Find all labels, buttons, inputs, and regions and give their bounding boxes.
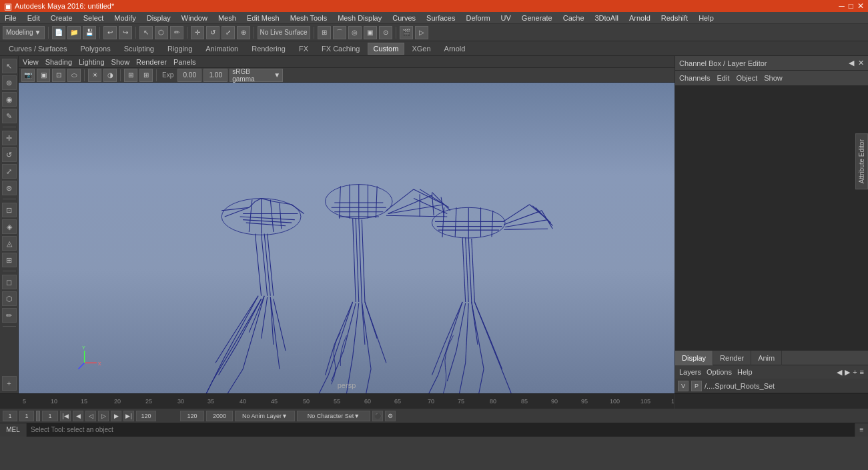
- channel-box-close-icon[interactable]: ✕: [858, 59, 864, 67]
- select-mode-button[interactable]: ↖: [2, 59, 17, 73]
- lasso-select-button[interactable]: ⬡: [155, 26, 168, 39]
- layer-prev-icon[interactable]: ◀: [837, 368, 842, 377]
- vp-exposure-value[interactable]: 0.00: [177, 69, 201, 82]
- paint-lt-button[interactable]: ✏: [2, 308, 17, 323]
- auto-key-button[interactable]: ⚫: [372, 411, 383, 421]
- new-scene-button[interactable]: 📄: [52, 26, 65, 39]
- vp-camera-button[interactable]: 📷: [21, 69, 35, 82]
- layer-next-icon[interactable]: ▶: [845, 368, 850, 377]
- prefs-button[interactable]: ⚙: [385, 411, 396, 421]
- layer-options-icon[interactable]: ≡: [860, 368, 864, 376]
- timeline-track[interactable]: 5 10 15 20 25 30 35 40 45 50 55 60 65 70…: [17, 394, 675, 409]
- menu-generate[interactable]: Generate: [520, 14, 554, 22]
- component-select-button[interactable]: ⊕: [2, 75, 17, 90]
- 3d-viewport[interactable]: X Y persp: [19, 83, 675, 393]
- cb-menu-object[interactable]: Object: [736, 74, 757, 82]
- cb-menu-channels[interactable]: Channels: [679, 74, 710, 82]
- menu-cache[interactable]: Cache: [561, 14, 586, 22]
- menu-edit-mesh[interactable]: Edit Mesh: [245, 14, 282, 22]
- rewind-to-start-button[interactable]: |◀: [60, 411, 71, 421]
- snap-to-point-button[interactable]: ◎: [348, 26, 362, 39]
- rotate-button[interactable]: ↺: [206, 26, 220, 39]
- no-live-surface-button[interactable]: No Live Surface: [258, 26, 310, 39]
- rotate-lt-button[interactable]: ↺: [2, 147, 17, 162]
- anim-layer-selector[interactable]: No Anim Layer ▼: [235, 411, 295, 421]
- vp-wireframe-button[interactable]: ⊡: [52, 69, 65, 82]
- maximize-button[interactable]: □: [849, 1, 853, 11]
- step-back-button[interactable]: ◀: [73, 411, 83, 421]
- sculpt-button[interactable]: ◬: [2, 236, 17, 251]
- menu-select[interactable]: Select: [81, 14, 106, 22]
- select-tool-button[interactable]: ↖: [139, 26, 153, 39]
- tab-anim[interactable]: Anim: [751, 351, 782, 365]
- viewport-menu-view[interactable]: View: [23, 58, 39, 66]
- menu-surfaces[interactable]: Surfaces: [424, 14, 457, 22]
- vp-shading-button[interactable]: ▣: [37, 69, 50, 82]
- soft-select-button[interactable]: ◉: [2, 92, 17, 107]
- scale-lt-button[interactable]: ⤢: [2, 164, 17, 179]
- tab-rendering[interactable]: Rendering: [246, 43, 292, 55]
- move-button[interactable]: ✛: [191, 26, 204, 39]
- help-menu[interactable]: Help: [737, 368, 753, 376]
- mel-python-toggle[interactable]: MEL: [0, 423, 27, 437]
- show-manipulator-button[interactable]: ⊞: [2, 253, 17, 267]
- vp-shadows-button[interactable]: ◑: [103, 69, 117, 82]
- go-to-end-button[interactable]: ▶|: [123, 411, 134, 421]
- vp-smooth-button[interactable]: ⬭: [67, 69, 81, 82]
- snap-to-view-button[interactable]: ▣: [364, 26, 377, 39]
- snap-to-grid-button[interactable]: ⊞: [318, 26, 331, 39]
- quick-select-button[interactable]: ◻: [2, 275, 17, 289]
- save-scene-button[interactable]: 💾: [83, 26, 96, 39]
- minimize-button[interactable]: ─: [839, 1, 845, 11]
- vp-colorspace-button[interactable]: sRGB gamma ▼: [230, 69, 283, 82]
- menu-redshift[interactable]: Redshift: [659, 14, 690, 22]
- tab-fx-caching[interactable]: FX Caching: [316, 43, 366, 55]
- menu-uv[interactable]: UV: [499, 14, 513, 22]
- play-back-button[interactable]: ◁: [85, 411, 96, 421]
- menu-file[interactable]: File: [3, 14, 19, 22]
- tab-render[interactable]: Render: [713, 351, 751, 365]
- tab-custom[interactable]: Custom: [368, 43, 405, 55]
- snap-together-button[interactable]: ⊡: [2, 203, 17, 217]
- tab-arnold[interactable]: Arnold: [438, 43, 472, 55]
- render-settings-button[interactable]: 🎬: [400, 26, 413, 39]
- char-set-selector[interactable]: No Character Set ▼: [297, 411, 370, 421]
- move-lt-button[interactable]: ✛: [2, 131, 17, 145]
- snap-to-live-button[interactable]: ⊙: [379, 26, 392, 39]
- viewport-menu-shading[interactable]: Shading: [45, 58, 72, 66]
- redo-button[interactable]: ↪: [119, 26, 132, 39]
- menu-create[interactable]: Create: [49, 14, 75, 22]
- viewport-menu-show[interactable]: Show: [111, 58, 130, 66]
- step-forward-button[interactable]: ▶: [111, 411, 121, 421]
- menu-mesh[interactable]: Mesh: [216, 14, 238, 22]
- channel-box-collapse-icon[interactable]: ◀: [849, 59, 854, 67]
- playback-end-field[interactable]: 120: [136, 411, 156, 421]
- command-line[interactable]: Select Tool: select an object: [27, 423, 855, 437]
- paint-select-button[interactable]: ✏: [170, 26, 183, 39]
- paint-tool-button[interactable]: ✎: [2, 109, 17, 123]
- current-frame-field[interactable]: 1: [19, 411, 34, 421]
- undo-button[interactable]: ↩: [103, 26, 117, 39]
- layer-visibility-button[interactable]: V: [678, 381, 689, 391]
- vp-grid-button[interactable]: ⊞: [124, 69, 137, 82]
- menu-modify[interactable]: Modify: [112, 14, 137, 22]
- menu-mesh-display[interactable]: Mesh Display: [336, 14, 384, 22]
- menu-3dtoall[interactable]: 3DtoAll: [593, 14, 620, 22]
- title-bar-controls[interactable]: ─ □ ✕: [839, 1, 864, 11]
- viewport-menu-renderer[interactable]: Renderer: [136, 58, 167, 66]
- snap-to-curve-button[interactable]: ⌒: [333, 26, 346, 39]
- close-button[interactable]: ✕: [857, 1, 864, 11]
- tab-display[interactable]: Display: [675, 351, 713, 365]
- output-window-button[interactable]: ≡: [855, 423, 868, 437]
- render-button[interactable]: ▷: [415, 26, 428, 39]
- layers-menu[interactable]: Layers: [679, 368, 701, 376]
- vp-gamma-value[interactable]: 1.00: [203, 69, 228, 82]
- more-tools-button[interactable]: +: [2, 376, 17, 391]
- menu-window[interactable]: Window: [179, 14, 209, 22]
- max-frame-field[interactable]: 120: [180, 411, 204, 421]
- viewport-menu-panels[interactable]: Panels: [173, 58, 196, 66]
- soft-mod-button[interactable]: ◈: [2, 219, 17, 234]
- layer-playback-button[interactable]: P: [691, 381, 702, 391]
- cb-menu-edit[interactable]: Edit: [717, 74, 729, 82]
- tab-rigging[interactable]: Rigging: [161, 43, 198, 55]
